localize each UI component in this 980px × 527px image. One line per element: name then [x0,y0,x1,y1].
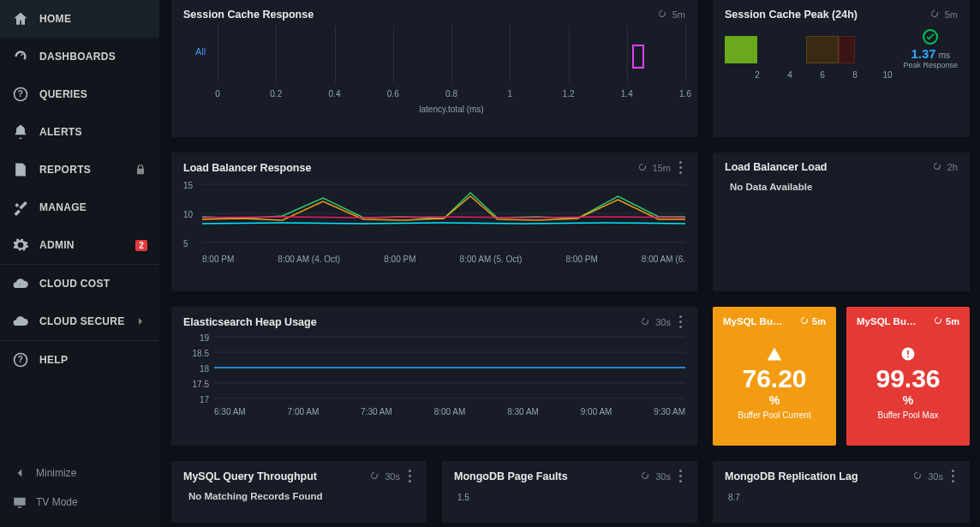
chart-elasticsearch-heap: 19 18.5 18 17.5 17 6:30 AM 7 [183,333,685,428]
sidebar-tvmode[interactable]: TV Mode [0,488,159,517]
sidebar-item-label: ADMIN [39,239,135,251]
panel-title: Load Balancer Response [183,162,637,174]
panel-title: MongoDB Page Faults [454,470,640,482]
refresh-icon[interactable] [637,162,648,174]
sidebar-item-label: CLOUD SECURE [39,315,134,327]
panel-title: Session Cache Response [183,9,657,21]
refresh-icon[interactable] [929,9,940,21]
y-tick: 1.5 [454,488,685,507]
question-icon: ? [12,86,29,103]
refresh-interval: 5m [672,9,685,20]
refresh-interval: 2h [947,162,958,172]
refresh-icon[interactable] [799,315,810,327]
y-tick: 8.7 [725,488,958,507]
sidebar-item-help[interactable]: ? HELP [0,341,159,379]
chart-session-cache-response: 0 0.2 0.4 0.6 0.8 1 1.2 1.4 1.6 latency.… [218,26,685,120]
sidebar-item-label: REPORTS [39,164,134,176]
panel-title: Elasticsearch Heap Usage [183,316,640,328]
sidebar-item-dashboards[interactable]: DASHBOARDS [0,38,159,75]
tools-icon [12,199,29,216]
panel-mongodb-page-faults: MongoDB Page Faults 30s 1.5 [442,461,697,523]
refresh-icon[interactable] [369,470,379,482]
sidebar-mini-label: Minimize [36,467,76,479]
cloud-cost-icon [12,275,29,292]
sidebar-item-queries[interactable]: ? QUERIES [0,75,159,113]
panel-session-cache-response: Session Cache Response 5m All 0 0.2 [171,0,697,137]
sidebar-item-label: HOME [39,13,147,25]
peak-value: 1.37ms Peak Response [903,26,958,69]
tile-mysql-buffer-max: MySQL Bu… 5m 99.36 % Buffer Pool Max [846,307,970,446]
sidebar-mini-label: TV Mode [36,496,78,508]
main-content: Session Cache Response 5m All 0 0.2 [159,0,980,527]
panel-load-balancer-load: Load Balancer Load 2h No Data Available [713,153,970,291]
panel-mongodb-replication-lag: MongoDB Replication Lag 30s 8.7 [713,461,970,523]
sidebar-item-label: DASHBOARDS [39,51,147,63]
no-data-message: No Data Available [725,178,958,195]
x-axis-label: latency.total (ms) [218,105,685,114]
warning-icon [766,345,783,362]
tile-title: MySQL Bu… [723,316,799,326]
help-icon: ? [12,351,29,368]
chevron-right-icon [134,314,147,328]
sidebar-minimize[interactable]: Minimize [0,458,159,488]
panel-title: Session Cache Peak (24h) [725,9,929,21]
refresh-interval: 30s [928,471,943,482]
sidebar-item-cloud-secure[interactable]: CLOUD SECURE [0,302,159,340]
sidebar-item-reports[interactable]: REPORTS [0,151,159,189]
chart-load-balancer-response: 15 10 5 8:00 PM [183,179,685,273]
refresh-interval: 30s [655,317,671,327]
tile-subtitle: Buffer Pool Max [878,410,939,420]
bell-icon [12,123,29,141]
panel-mysql-query-throughput: MySQL Query Throughput 30s No Matching R… [171,461,427,523]
panel-menu[interactable] [405,470,415,482]
refresh-interval: 5m [945,9,958,20]
refresh-interval: 30s [385,471,400,482]
sidebar-item-manage[interactable]: MANAGE [0,189,159,226]
gauge-bar: 2 4 6 8 10 [725,36,894,87]
tile-value: 76.20 [742,366,806,392]
sidebar: HOME DASHBOARDS ? QUERIES ALERTS REPORTS [0,0,159,527]
svg-text:?: ? [18,355,23,364]
svg-text:?: ? [18,89,23,99]
cloud-secure-icon [12,313,29,330]
sidebar-item-alerts[interactable]: ALERTS [0,113,159,151]
tile-subtitle: Buffer Pool Current [738,410,810,420]
sidebar-item-cloud-cost[interactable]: CLOUD COST [0,265,159,302]
chevron-left-icon [12,465,27,481]
panel-session-cache-peak: Session Cache Peak (24h) 5m [713,0,970,137]
histogram-bar [632,45,644,69]
panel-menu[interactable] [948,470,958,482]
refresh-icon[interactable] [640,470,650,482]
tile-mysql-buffer-current: MySQL Bu… 5m 76.20 % Buffer Pool Current [713,307,836,446]
panel-menu[interactable] [676,315,685,328]
sidebar-item-label: MANAGE [39,201,147,213]
no-data-message: No Matching Records Found [183,488,415,505]
series-all-label[interactable]: All [183,26,218,120]
svg-rect-15 [907,356,909,357]
refresh-icon[interactable] [657,9,667,21]
monitor-icon [12,494,27,510]
refresh-icon[interactable] [912,470,923,482]
refresh-icon[interactable] [933,315,943,327]
sidebar-item-admin[interactable]: ADMIN 2 [0,226,159,264]
panel-title: MongoDB Replication Lag [725,470,912,482]
tile-value: 99.36 [875,366,940,392]
gear-icon [12,237,29,254]
sidebar-item-home[interactable]: HOME [0,0,159,38]
lock-icon [134,163,147,177]
panel-title: Load Balancer Load [725,161,932,173]
panel-menu[interactable] [676,470,685,482]
refresh-icon[interactable] [932,161,942,173]
refresh-interval: 30s [655,471,671,482]
panel-menu[interactable] [676,161,685,174]
error-icon [899,345,917,362]
tile-title: MySQL Bu… [857,316,933,326]
home-icon [12,10,29,27]
panel-load-balancer-response: Load Balancer Response 15m 15 10 5 [171,153,697,291]
badge-admin-count: 2 [135,240,147,251]
panel-title: MySQL Query Throughput [183,470,369,482]
refresh-icon[interactable] [640,316,650,328]
sidebar-item-label: QUERIES [39,88,147,100]
gauge-icon [12,48,29,65]
sidebar-item-label: ALERTS [39,126,147,138]
